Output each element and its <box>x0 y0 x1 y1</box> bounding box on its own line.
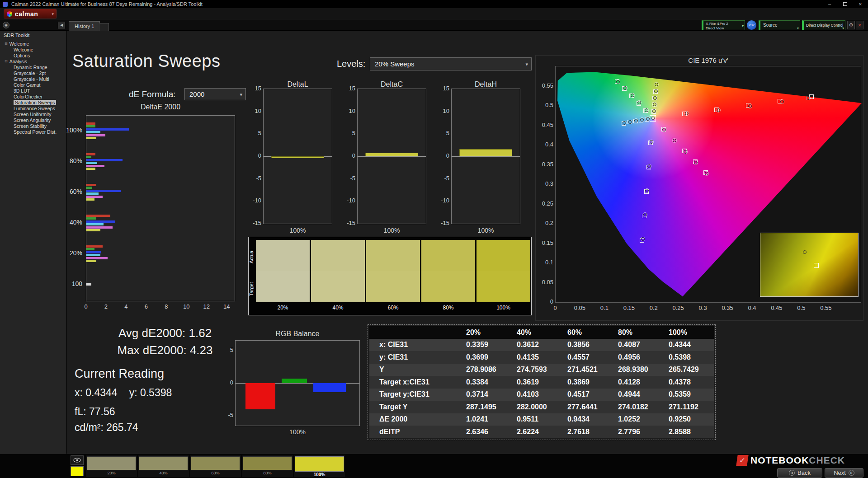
sidebar-item-grayscale-2pt[interactable]: Grayscale - 2pt <box>0 70 67 76</box>
rgb-balance-title: RGB Balance <box>235 330 360 338</box>
sidebar-item-analysis[interactable]: ⊟Analysis <box>0 58 67 64</box>
de-formula-dropdown[interactable]: 2000 ▾ <box>184 88 246 100</box>
tree-expand-icon[interactable]: ⊟ <box>5 59 8 63</box>
panel-close-button[interactable]: × <box>856 21 863 29</box>
sidebar-item-screen-uniformity[interactable]: Screen Uniformity <box>0 111 67 117</box>
sidebar-item-options[interactable]: Options <box>0 52 67 58</box>
tree-expand-icon[interactable]: ⊟ <box>5 42 8 46</box>
table-cell: 0.4956 <box>613 351 663 364</box>
tab-history-1[interactable]: History 1 <box>69 21 100 31</box>
patch-visibility-button[interactable] <box>71 455 84 465</box>
minimize-icon: – <box>828 1 831 7</box>
deltal-yaxis-labels: 151050-5-10-15 <box>246 89 261 224</box>
next-button[interactable]: Next ▸ <box>825 468 863 478</box>
deltae-bar <box>86 196 103 198</box>
settings-button[interactable]: ⚙ <box>847 21 855 29</box>
table-cell: 0.3869 <box>562 376 613 389</box>
deltae-bar <box>86 159 123 161</box>
table-cell: 2.8588 <box>663 426 714 438</box>
sidebar-item-color-gamut[interactable]: Color Gamut <box>0 82 67 88</box>
meter-dropdown[interactable]: X-Rite i1Pro 2 Direct View ▾ <box>702 20 745 30</box>
swatch-label: 100% <box>476 302 530 312</box>
deltae-bar <box>86 168 95 170</box>
table-row-y-cie31: y: CIE310.36990.41350.45570.49560.5398 <box>369 351 714 364</box>
deltae-bar <box>86 131 100 133</box>
swatch-40: 40% <box>311 240 365 312</box>
table-cell: 287.1495 <box>461 401 511 413</box>
sidebar-item-grayscale-multi[interactable]: Grayscale - Multi <box>0 76 67 82</box>
close-button[interactable]: × <box>853 0 868 8</box>
deltae-bar <box>86 162 97 164</box>
swatch-actual <box>311 240 365 271</box>
titlebar: Calman 2022 Calman Ultimate for Business… <box>0 0 868 8</box>
back-arrow-icon: ◂ <box>789 470 795 476</box>
cie-measured-point <box>646 117 650 121</box>
close-icon: × <box>858 22 861 28</box>
deltac-bar <box>365 153 418 156</box>
sidebar-collapse-button[interactable]: ◀ <box>58 22 65 28</box>
cie-chart-title: CIE 1976 u'v' <box>555 56 861 64</box>
table-cell: 268.9380 <box>613 364 663 376</box>
deltal-bar <box>271 156 324 158</box>
cie-current-point <box>650 115 656 122</box>
table-cell: 0.3359 <box>461 339 511 351</box>
swatch-strip-row: 20%40%60%80%100% <box>256 240 530 312</box>
bottom-swatch-100[interactable]: 100% <box>294 455 345 477</box>
cie-measured-point <box>643 213 647 216</box>
sidebar-item-welcome[interactable]: ⊟Welcome <box>0 41 67 47</box>
window-title: Calman 2022 Calman Ultimate for Business… <box>11 1 203 7</box>
deltae-category-labels: 100%80%60%40%20%100 <box>61 115 84 301</box>
deltae-bar <box>86 192 99 195</box>
tab-stub[interactable] <box>99 23 109 31</box>
display-control-dropdown[interactable]: Direct Display Control ▾ <box>802 20 845 30</box>
swatch-actual <box>421 240 475 271</box>
swatch-60: 60% <box>366 240 420 312</box>
de-formula-value: 2000 <box>189 90 204 98</box>
bottom-swatch-80[interactable]: 80% <box>242 455 293 477</box>
bottom-swatch-20[interactable]: 20% <box>86 455 137 477</box>
sidebar-item-spectral-power-dist[interactable]: Spectral Power Dist. <box>0 129 67 135</box>
table-cell: 0.3612 <box>511 339 562 351</box>
table-column-header: 20% <box>461 326 511 339</box>
table-row-label: Target Y <box>369 401 461 413</box>
back-label: Back <box>797 469 811 476</box>
current-patch-swatch[interactable] <box>71 466 84 476</box>
sidebar-item-screen-angularity[interactable]: Screen Angularity <box>0 117 67 123</box>
maximize-button[interactable] <box>837 0 853 8</box>
cie-measured-point <box>654 89 658 93</box>
notebookcheck-logo-icon: ✓ <box>736 455 748 466</box>
source-dropdown[interactable]: Source ▾ <box>759 20 800 30</box>
sidebar-item-welcome[interactable]: Welcome <box>0 47 67 52</box>
cie-measured-point <box>655 83 658 86</box>
luminance-badge[interactable]: 237 <box>747 20 756 30</box>
table-cell: 1.0252 <box>613 413 663 426</box>
sidebar-item-screen-stability[interactable]: Screen Stability <box>0 123 67 129</box>
sidebar-item-colorchecker[interactable]: ColorChecker <box>0 94 67 99</box>
next-arrow-icon: ▸ <box>849 470 854 476</box>
deltae-bar <box>86 156 91 158</box>
calman-menu-button[interactable]: calman ▾ <box>4 9 57 19</box>
display-control-label: Direct Display Control <box>806 23 843 28</box>
collapse-left-icon: ◀ <box>60 23 63 27</box>
table-cell: 0.4103 <box>511 389 562 401</box>
sidebar-item-saturation-sweeps[interactable]: Saturation Sweeps <box>0 99 67 105</box>
meter-line2: Direct View <box>706 26 739 31</box>
back-button[interactable]: ◂ Back <box>777 468 822 478</box>
deltae-bar <box>86 223 104 225</box>
deltah-xaxis-label: 100% <box>451 227 520 234</box>
sidebar-target-button[interactable]: ◉ <box>3 22 9 28</box>
sidebar-item-dynamic-range[interactable]: Dynamic Range <box>0 64 67 70</box>
bottombar: 20%40%60%80%100% ✓ NOTEBOOKCHECK ◂ Back … <box>0 454 868 478</box>
deltah-plot <box>451 89 520 224</box>
sidebar-item-3d-lut[interactable]: 3D LUT <box>0 88 67 94</box>
levels-dropdown[interactable]: 20% Sweeps ▾ <box>370 57 532 70</box>
sidebar-item-luminance-sweeps[interactable]: Luminance Sweeps <box>0 105 67 111</box>
table-cell: 0.4128 <box>613 376 663 389</box>
cie-yaxis-labels: 0.550.50.450.40.350.30.250.20.150.10.050 <box>537 66 553 303</box>
bottom-swatch-40[interactable]: 40% <box>138 455 189 477</box>
bottom-swatches: 20%40%60%80%100% <box>86 455 345 477</box>
deltae-bar <box>86 226 113 229</box>
minimize-button[interactable]: – <box>822 0 837 8</box>
bottom-swatch-60[interactable]: 60% <box>190 455 241 477</box>
deltae-bar <box>86 254 100 256</box>
